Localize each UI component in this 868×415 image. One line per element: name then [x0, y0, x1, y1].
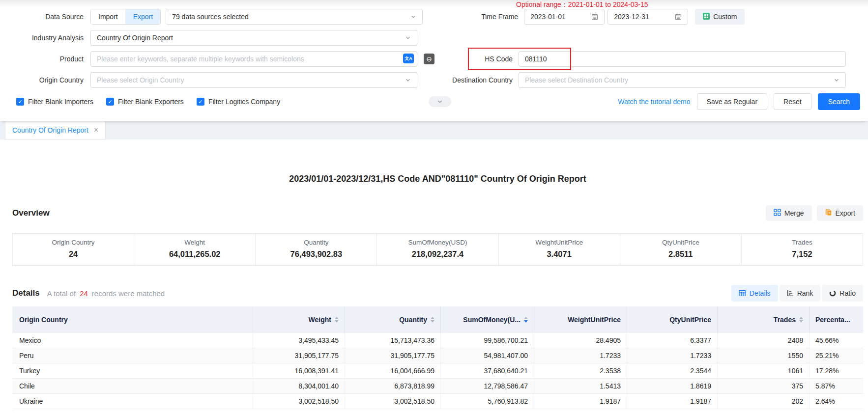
- stat-value: 218,092,237.4: [377, 249, 498, 259]
- cell-trades: 1061: [718, 363, 810, 378]
- stat-value: 24: [13, 249, 134, 259]
- view-switcher: DetailsRankRatio: [731, 285, 863, 302]
- filter-row-data-source: Data Source Import Export 79 data source…: [0, 9, 868, 25]
- stat-trades: Trades7,152: [742, 234, 863, 265]
- export-toggle[interactable]: Export: [125, 9, 160, 24]
- save-as-regular-button[interactable]: Save as Regular: [697, 93, 768, 110]
- view-rank-button[interactable]: Rank: [780, 285, 821, 302]
- tab-bar: Country Of Origin Report ×: [0, 121, 868, 139]
- collapse-filters-button[interactable]: [429, 96, 451, 107]
- cell-percenta: 2.64%: [810, 394, 863, 409]
- cell-weightunitprice: 2.3538: [534, 363, 627, 378]
- time-frame-label: Time Frame: [423, 13, 518, 21]
- reset-button[interactable]: Reset: [774, 93, 811, 110]
- sort-arrows-icon[interactable]: [524, 317, 528, 323]
- industry-analysis-select[interactable]: Country Of Origin Report: [90, 30, 417, 46]
- stat-quantity: Quantity76,493,902.83: [256, 234, 377, 265]
- cell-qtyunitprice: 1.8619: [627, 379, 718, 393]
- cell-trades: 202: [718, 394, 810, 409]
- sort-arrows-icon[interactable]: [335, 317, 339, 323]
- export-button[interactable]: Export: [817, 205, 863, 221]
- destination-country-placeholder: Please select Destination Country: [525, 76, 830, 84]
- stat-value: 7,152: [742, 249, 863, 259]
- tab-close-icon[interactable]: ×: [94, 126, 98, 135]
- product-input[interactable]: Please enter keywords, separate multiple…: [90, 51, 417, 67]
- stat-origin-country: Origin Country24: [13, 234, 134, 265]
- column-header-sumofmoney-u[interactable]: SumOfMoney(U...: [441, 306, 534, 333]
- cell-trades: 1550: [718, 348, 810, 363]
- match-suffix: records were matched: [92, 289, 165, 298]
- cell-quantity: 16,004,666.99: [345, 363, 441, 378]
- tutorial-demo-link[interactable]: Watch the tutorial demo: [618, 98, 690, 106]
- checkbox-label: Filter Blank Importers: [28, 98, 93, 106]
- chevron-down-icon: [410, 14, 416, 20]
- table-row-ukraine: Ukraine3,002,518.503,002,518.505,760,913…: [12, 394, 863, 409]
- checkbox-filter-blank-exporters[interactable]: ✓Filter Blank Exporters: [106, 98, 184, 106]
- translate-icon[interactable]: 文A: [403, 54, 414, 63]
- checkbox-filter-logitics-company[interactable]: ✓Filter Logitics Company: [197, 98, 280, 106]
- merge-button[interactable]: Merge: [766, 205, 812, 221]
- cell-trades: 375: [718, 379, 810, 393]
- cell-origin-country: Turkey: [12, 363, 253, 378]
- sort-arrows-icon[interactable]: [799, 317, 803, 323]
- export-label: Export: [836, 209, 855, 217]
- column-header-weightunitprice: WeightUnitPrice: [534, 306, 627, 333]
- origin-country-select[interactable]: Please select Origin Country: [90, 72, 417, 88]
- export-file-icon: [825, 209, 832, 218]
- merge-label: Merge: [784, 209, 804, 217]
- destination-country-label: Destination Country: [417, 76, 513, 84]
- filter-panel: Optional range：2021-01-01 to 2024-03-15 …: [0, 0, 868, 121]
- data-sources-value: 79 data sources selected: [172, 13, 406, 21]
- checkbox-filter-blank-importers[interactable]: ✓Filter Blank Importers: [16, 98, 93, 106]
- cell-weightunitprice: 1.5413: [534, 379, 627, 393]
- tab-country-of-origin-report[interactable]: Country Of Origin Report ×: [5, 121, 106, 139]
- custom-label: Custom: [713, 13, 737, 21]
- custom-range-button[interactable]: Custom: [695, 9, 745, 25]
- start-date-input[interactable]: 2023-01-01: [524, 9, 605, 25]
- table-row-peru: Peru31,905,177.7531,905,177.7554,981,407…: [12, 348, 863, 363]
- industry-analysis-value: Country Of Origin Report: [97, 34, 401, 42]
- match-prefix: A total of: [47, 289, 76, 298]
- search-button[interactable]: Search: [818, 93, 860, 110]
- end-date-input[interactable]: 2023-12-31: [608, 9, 688, 25]
- donut-icon: [829, 290, 836, 297]
- cell-qtyunitprice: 1.9187: [627, 394, 718, 409]
- cell-sumofmoney-u: 12,798,586.47: [441, 379, 534, 393]
- data-sources-select[interactable]: 79 data sources selected: [166, 9, 423, 25]
- destination-country-select[interactable]: Please select Destination Country: [519, 72, 846, 88]
- cell-weight: 8,304,001.40: [253, 379, 345, 393]
- hs-code-label: HS Code: [434, 55, 513, 63]
- checkbox-checked-icon: ✓: [197, 98, 204, 106]
- column-header-weight[interactable]: Weight: [253, 306, 345, 333]
- cell-weight: 3,002,518.50: [253, 394, 345, 409]
- optional-range-note: Optional range：2021-01-01 to 2024-03-15: [516, 0, 648, 9]
- exclude-keywords-icon[interactable]: ⊖: [424, 54, 434, 64]
- column-header-trades[interactable]: Trades: [718, 306, 810, 333]
- import-toggle[interactable]: Import: [91, 9, 125, 24]
- cell-quantity: 31,905,177.75: [345, 348, 441, 363]
- view-ratio-button[interactable]: Ratio: [822, 285, 863, 302]
- cell-percenta: 5.87%: [810, 379, 863, 393]
- end-date-value: 2023-12-31: [614, 13, 649, 21]
- hs-code-input[interactable]: 081110: [519, 51, 846, 67]
- calendar-icon: [591, 13, 598, 20]
- column-header-origin-country: Origin Country: [12, 306, 253, 333]
- chevron-down-icon: [405, 35, 411, 41]
- bar-chart-icon: [787, 290, 794, 297]
- origin-country-label: Origin Country: [0, 76, 84, 84]
- column-header-qtyunitprice: QtyUnitPrice: [627, 306, 718, 333]
- table-row-mexico: Mexico3,495,433.4515,713,473.3699,586,70…: [12, 333, 863, 348]
- checkbox-checked-icon: ✓: [106, 98, 114, 106]
- chevron-down-icon: [834, 77, 839, 83]
- view-details-button[interactable]: Details: [731, 285, 778, 302]
- cell-weightunitprice: 1.7233: [534, 348, 627, 363]
- column-header-quantity[interactable]: Quantity: [345, 306, 441, 333]
- column-label: QtyUnitPrice: [669, 316, 711, 324]
- overview-header-row: Overview Merge Export: [12, 205, 863, 221]
- column-header-percenta: Percenta...: [810, 306, 863, 333]
- filter-row-actions: ✓Filter Blank Importers✓Filter Blank Exp…: [0, 93, 868, 110]
- column-label: Trades: [774, 316, 796, 324]
- sort-arrows-icon[interactable]: [431, 317, 434, 323]
- view-button-label: Rank: [797, 289, 813, 297]
- view-button-label: Ratio: [839, 289, 856, 297]
